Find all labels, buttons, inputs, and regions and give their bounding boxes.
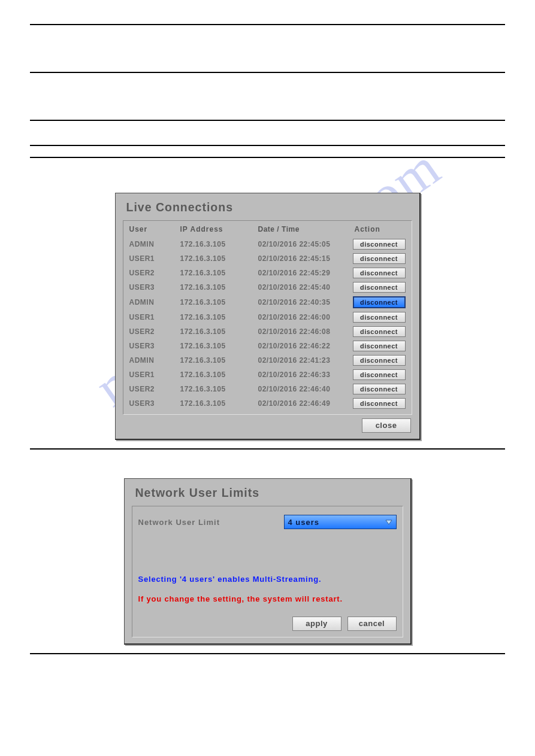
cell-action: disconnect <box>351 239 406 250</box>
svg-marker-0 <box>386 520 392 524</box>
connections-table: User IP Address Date / Time Action ADMIN… <box>123 220 412 415</box>
cell-datetime: 02/10/2016 22:46:00 <box>258 313 351 321</box>
cell-action: disconnect <box>351 296 406 308</box>
cell-action: disconnect <box>351 253 406 264</box>
live-connections-dialog: Live Connections User IP Address Date / … <box>115 193 421 440</box>
cell-user: USER3 <box>129 399 180 408</box>
cell-ip: 172.16.3.105 <box>180 342 258 350</box>
cell-action: disconnect <box>351 268 406 278</box>
header-action: Action <box>351 225 406 233</box>
disconnect-button[interactable]: disconnect <box>353 239 406 250</box>
disconnect-button[interactable]: disconnect <box>353 268 406 278</box>
table-row: USER2172.16.3.10502/10/2016 22:46:40disc… <box>127 382 408 396</box>
cell-ip: 172.16.3.105 <box>180 298 258 306</box>
table-row: ADMIN172.16.3.10502/10/2016 22:41:23disc… <box>127 353 408 368</box>
header-user: User <box>129 225 180 233</box>
table-row: USER2172.16.3.10502/10/2016 22:46:08disc… <box>127 324 408 339</box>
cell-user: USER1 <box>129 313 180 321</box>
cell-datetime: 02/10/2016 22:45:15 <box>258 254 351 263</box>
cell-action: disconnect <box>351 326 406 337</box>
cell-action: disconnect <box>351 398 406 409</box>
cell-datetime: 02/10/2016 22:46:08 <box>258 327 351 336</box>
cell-user: USER2 <box>129 269 180 277</box>
cell-datetime: 02/10/2016 22:45:29 <box>258 269 351 277</box>
disconnect-button[interactable]: disconnect <box>353 341 406 351</box>
table-row: USER2172.16.3.10502/10/2016 22:45:29disc… <box>127 266 408 280</box>
cell-ip: 172.16.3.105 <box>180 313 258 321</box>
cell-action: disconnect <box>351 384 406 394</box>
chevron-down-icon <box>385 518 394 526</box>
table-row: USER3172.16.3.10502/10/2016 22:46:49disc… <box>127 396 408 411</box>
cell-user: USER2 <box>129 327 180 336</box>
limits-panel: Network User Limit 4 users Selecting '4 … <box>132 506 403 637</box>
select-value: 4 users <box>288 518 320 527</box>
cancel-button[interactable]: cancel <box>347 617 397 631</box>
table-row: ADMIN172.16.3.10502/10/2016 22:40:35disc… <box>127 294 408 310</box>
cell-ip: 172.16.3.105 <box>180 385 258 393</box>
network-user-limit-label: Network User Limit <box>138 518 284 527</box>
cell-ip: 172.16.3.105 <box>180 356 258 365</box>
disconnect-button[interactable]: disconnect <box>353 282 406 293</box>
disconnect-button[interactable]: disconnect <box>353 398 406 409</box>
table-row: USER1172.16.3.10502/10/2016 22:46:00disc… <box>127 310 408 324</box>
cell-ip: 172.16.3.105 <box>180 399 258 408</box>
disconnect-button[interactable]: disconnect <box>353 326 406 337</box>
cell-ip: 172.16.3.105 <box>180 254 258 263</box>
disconnect-button[interactable]: disconnect <box>353 384 406 394</box>
header-ip: IP Address <box>180 225 258 233</box>
cell-datetime: 02/10/2016 22:46:33 <box>258 371 351 379</box>
disconnect-button[interactable]: disconnect <box>353 355 406 366</box>
apply-button[interactable]: apply <box>292 617 341 631</box>
cell-datetime: 02/10/2016 22:40:35 <box>258 298 351 306</box>
table-row: USER3172.16.3.10502/10/2016 22:46:22disc… <box>127 339 408 353</box>
disconnect-button[interactable]: disconnect <box>353 312 406 323</box>
restart-warning: If you change the setting, the system wi… <box>138 590 397 614</box>
cell-user: USER3 <box>129 342 180 350</box>
cell-action: disconnect <box>351 282 406 293</box>
table-row: ADMIN172.16.3.10502/10/2016 22:45:05disc… <box>127 237 408 251</box>
cell-datetime: 02/10/2016 22:41:23 <box>258 356 351 365</box>
cell-ip: 172.16.3.105 <box>180 269 258 277</box>
cell-datetime: 02/10/2016 22:46:22 <box>258 342 351 350</box>
table-row: USER3172.16.3.10502/10/2016 22:45:40disc… <box>127 280 408 294</box>
disconnect-button[interactable]: disconnect <box>353 369 406 380</box>
dialog-title: Live Connections <box>123 198 412 220</box>
table-row: USER1172.16.3.10502/10/2016 22:46:33disc… <box>127 368 408 382</box>
cell-ip: 172.16.3.105 <box>180 240 258 248</box>
disconnect-button[interactable]: disconnect <box>353 253 406 264</box>
close-button[interactable]: close <box>362 418 411 433</box>
cell-datetime: 02/10/2016 22:46:40 <box>258 385 351 393</box>
cell-action: disconnect <box>351 341 406 351</box>
cell-user: ADMIN <box>129 298 180 306</box>
network-user-limit-select[interactable]: 4 users <box>284 515 397 529</box>
cell-user: USER3 <box>129 283 180 292</box>
cell-action: disconnect <box>351 312 406 323</box>
cell-action: disconnect <box>351 355 406 366</box>
cell-datetime: 02/10/2016 22:45:40 <box>258 283 351 292</box>
header-datetime: Date / Time <box>258 225 351 233</box>
disconnect-button[interactable]: disconnect <box>353 296 406 308</box>
cell-user: USER1 <box>129 254 180 263</box>
cell-ip: 172.16.3.105 <box>180 371 258 379</box>
cell-user: USER2 <box>129 385 180 393</box>
table-header: User IP Address Date / Time Action <box>127 223 408 237</box>
cell-ip: 172.16.3.105 <box>180 283 258 292</box>
dialog-title: Network User Limits <box>132 484 403 506</box>
cell-user: ADMIN <box>129 356 180 365</box>
cell-datetime: 02/10/2016 22:45:05 <box>258 240 351 248</box>
cell-user: ADMIN <box>129 240 180 248</box>
cell-ip: 172.16.3.105 <box>180 327 258 336</box>
multi-streaming-note: Selecting '4 users' enables Multi-Stream… <box>138 533 397 590</box>
cell-datetime: 02/10/2016 22:46:49 <box>258 399 351 408</box>
cell-user: USER1 <box>129 371 180 379</box>
cell-action: disconnect <box>351 369 406 380</box>
table-row: USER1172.16.3.10502/10/2016 22:45:15disc… <box>127 251 408 266</box>
network-user-limits-dialog: Network User Limits Network User Limit 4… <box>124 478 412 645</box>
